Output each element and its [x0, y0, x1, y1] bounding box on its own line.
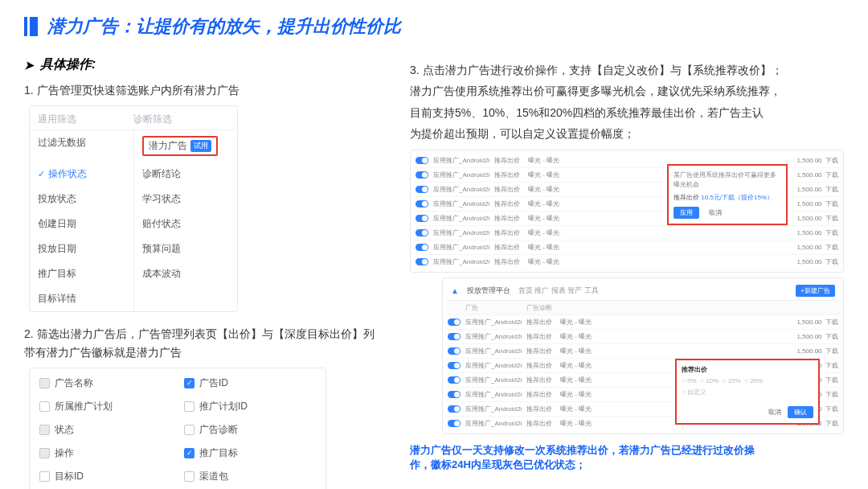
cell: 下载	[825, 362, 838, 369]
ad-name: 应用推广_Android2020210	[465, 405, 522, 413]
step-2-text: 2. 筛选出潜力广告后，广告管理列表页【出价】与【深度目标出价】列带有潜力广告徽…	[24, 325, 378, 361]
ad-name: 应用推广_Android2020210	[465, 376, 522, 384]
toggle-on-icon	[416, 215, 428, 222]
cell: 曝光 - 曝光···	[528, 185, 560, 194]
cell: 曝光 - 曝光···	[528, 171, 560, 179]
cell: 下载	[825, 391, 838, 398]
cell: 推荐出价	[526, 332, 555, 341]
cell: 1,500.00	[796, 244, 821, 251]
new-ad-button[interactable]: +新建广告	[796, 285, 835, 297]
platform-name: 投放管理平台	[467, 286, 510, 296]
cell: 曝光 - 曝光···	[560, 405, 592, 413]
cell: 1,500.00	[796, 318, 821, 326]
cell: 推荐出价	[494, 199, 523, 208]
filter-item: 诊断结论	[134, 162, 238, 187]
filter-item: 成本波动	[134, 261, 238, 286]
filter-item-active: 操作状态	[30, 162, 134, 187]
toggle-on-icon	[448, 391, 461, 398]
cell: 1,500.00	[796, 347, 821, 355]
col-label: 广告诊断	[199, 423, 238, 437]
cell: 推荐出价	[526, 376, 555, 384]
filter-panel-screenshot: 通用筛选诊断筛选 过滤无数据潜力广告试用 操作状态诊断结论 投放状态学习状态 创…	[29, 105, 238, 312]
popup-title: 推荐出价	[682, 365, 813, 374]
filter-item: 预算问题	[134, 236, 238, 261]
cell: 1,500.00	[796, 258, 821, 265]
popup-value: 10.5元/下载（提价15%）	[701, 194, 773, 201]
cancel-button[interactable]: 取消	[762, 406, 788, 418]
toggle-on-icon	[416, 200, 428, 208]
cell: 1,500.00	[796, 333, 821, 340]
cell: 推荐出价	[494, 257, 523, 266]
cell: 下载	[825, 376, 838, 384]
panel-head-left: 通用筛选	[38, 113, 133, 126]
confirm-button[interactable]: 确认	[788, 406, 813, 418]
cell: 下载	[825, 171, 838, 179]
recommend-popup-2: 推荐出价 ○ 5% ○ 10% ○ 15% ○ 20% ○ 自定义 取消确认	[675, 359, 820, 425]
cell: 曝光 - 曝光···	[528, 156, 560, 165]
platform-tabs: 首页 推广 报表 资产 工具	[518, 286, 599, 296]
filter-item: 目标详情	[30, 286, 134, 311]
cell: 曝光 - 曝光···	[528, 257, 560, 266]
subheader-text: 具体操作:	[40, 56, 96, 73]
filter-item: 创建日期	[30, 212, 134, 236]
cell: 下载	[825, 405, 838, 413]
ad-name: 应用推广_Android2020210	[465, 318, 522, 327]
cell: 下载	[825, 215, 838, 222]
ad-list-screenshot-2: ▲投放管理平台首页 推广 报表 资产 工具+新建广告 广告广告诊断 应用推广_A…	[442, 277, 844, 434]
cell: 曝光 - 曝光···	[560, 419, 592, 428]
checkbox-icon	[39, 401, 50, 412]
cell: 下载	[825, 420, 838, 427]
cell: 推荐出价	[526, 347, 555, 355]
cell: 曝光 - 曝光···	[560, 332, 592, 341]
col-label: 所属推广计划	[55, 400, 113, 413]
ad-name: 应用推广_Android2020210	[465, 361, 522, 370]
step-3-line1: 3. 点击潜力广告进行改价操作，支持【自定义改价】与【系统推荐改价】；	[410, 61, 844, 79]
footer-note-line2: 作，徽标24H内呈现灰色已优化状态；	[410, 457, 844, 474]
ad-name: 应用推广_Android2020210	[433, 243, 489, 252]
cell: 1,500.00	[796, 229, 821, 236]
filter-item: 赔付状态	[134, 212, 238, 236]
toggle-on-icon	[448, 318, 461, 326]
col-label: 推广计划ID	[199, 400, 248, 413]
chevron-right-icon: ➤	[24, 59, 34, 72]
title-marker-icon	[24, 17, 38, 36]
cell: 1,500.00	[796, 157, 821, 164]
checkbox-on-icon	[184, 448, 194, 458]
cell: 推荐出价	[494, 171, 523, 179]
cell: 1,500.00	[796, 186, 821, 193]
cell: 曝光 - 曝光···	[528, 243, 560, 252]
ad-name: 应用推广_Android2020210	[433, 257, 489, 266]
recommend-popup: 某广告使用系统推荐出价可赢得更多曝光机会 推荐出价 10.5元/下载（提价15%…	[667, 164, 788, 225]
section-subheader: ➤ 具体操作:	[24, 56, 378, 73]
filter-item: 学习状态	[134, 187, 238, 212]
cell: 推荐出价	[494, 214, 523, 223]
ad-name: 应用推广_Android2020210	[433, 228, 489, 237]
col-label: 广告ID	[199, 376, 228, 390]
cell: 推荐出价	[526, 419, 555, 428]
cell: 推荐出价	[526, 318, 555, 327]
col-label: 渠道包	[199, 470, 228, 483]
toggle-on-icon	[448, 347, 461, 355]
cell: 1,500.00	[796, 200, 821, 208]
cell: 推荐出价	[526, 390, 555, 399]
filter-item: 投放日期	[30, 236, 134, 261]
column-selector-screenshot: 广告名称广告ID 所属推广计划推广计划ID 状态广告诊断 操作推广目标 目标ID…	[29, 368, 326, 489]
footer-note-line1: 潜力广告仅一天支持修改一次系统推荐出价，若潜力广告已经进行过改价操	[410, 442, 844, 459]
filter-item: 过滤无数据	[30, 130, 134, 162]
checkbox-icon	[39, 471, 50, 482]
cell: 下载	[825, 333, 838, 340]
cell: 推荐出价	[526, 405, 555, 413]
cell: 曝光 - 曝光···	[560, 318, 592, 327]
title-bar: 潜力广告：让提价有的放矢，提升出价性价比	[24, 14, 844, 39]
col-label: 状态	[55, 423, 74, 437]
cancel-button[interactable]: 取消	[702, 207, 728, 219]
toggle-on-icon	[448, 362, 461, 369]
checkbox-icon	[39, 378, 50, 388]
platform-logo: ▲	[451, 286, 459, 295]
checkbox-icon	[184, 471, 194, 482]
col-label: 广告名称	[55, 376, 93, 390]
checkbox-icon	[39, 425, 50, 435]
cell: 曝光 - 曝光···	[560, 361, 592, 370]
popup-desc: 某广告使用系统推荐出价可赢得更多曝光机会	[674, 171, 781, 190]
apply-button[interactable]: 应用	[674, 207, 699, 219]
